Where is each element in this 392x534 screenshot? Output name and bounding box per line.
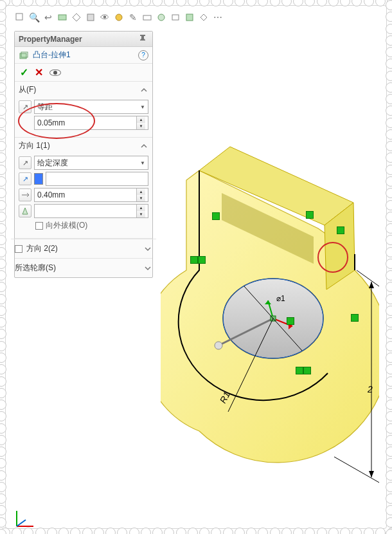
constraint-icon[interactable]: [198, 256, 206, 264]
constraint-icon[interactable]: [337, 226, 344, 234]
expand-dir2-icon[interactable]: [143, 244, 152, 253]
help-icon[interactable]: ?: [138, 50, 148, 60]
zoom-fit-icon[interactable]: [14, 12, 26, 23]
view-settings-icon[interactable]: [141, 12, 153, 23]
direction2-section: 方向 2(2): [15, 239, 152, 259]
direction1-label: 方向 1(1): [19, 140, 50, 151]
depth-value: 0.40mm: [37, 190, 65, 199]
expand-contours-icon[interactable]: [143, 264, 152, 273]
constraint-icon[interactable]: [190, 256, 198, 264]
offset-value: 0.05mm: [37, 118, 65, 127]
graphics-area[interactable]: R1 ⌀1 2 2: [161, 32, 379, 521]
collapse-dir1-icon[interactable]: [139, 142, 148, 151]
svg-line-29: [17, 520, 26, 526]
reverse-direction-icon[interactable]: ↗: [19, 156, 31, 169]
spin-up-icon[interactable]: ▲: [136, 116, 145, 123]
constraint-icon[interactable]: [306, 211, 314, 219]
edit-appearance-icon[interactable]: [113, 12, 125, 23]
svg-rect-3: [87, 14, 94, 21]
direction-reference-input[interactable]: [46, 172, 148, 186]
dropdown-icon: ▼: [140, 160, 145, 166]
svg-marker-25: [369, 282, 374, 288]
direction1-section: 方向 1(1) ↗ 给定深度 ▼ ↗ 0.40mm: [15, 138, 152, 239]
heads-up-toolbar: 🔍 ↩ 👁 ✎ ⋯: [14, 12, 378, 26]
constraint-icon[interactable]: [212, 212, 220, 220]
display-style-icon[interactable]: [85, 12, 96, 23]
depth-icon: [19, 189, 31, 201]
section-view-icon[interactable]: [57, 12, 68, 23]
svg-rect-0: [16, 14, 22, 20]
constraint-icon[interactable]: [303, 367, 311, 374]
direction2-checkbox[interactable]: [15, 245, 22, 253]
apply-scene-icon[interactable]: ✎: [127, 12, 139, 23]
direction-vector-icon: ↗: [19, 172, 31, 185]
cancel-button[interactable]: ✕: [35, 66, 43, 78]
selected-contours-label: 所选轮廓(S): [15, 262, 56, 273]
render-icon[interactable]: [156, 12, 167, 23]
spin-up-icon[interactable]: ▲: [136, 205, 145, 211]
dim-height: 2: [367, 384, 373, 394]
panel-title-bar: PropertyManager: [15, 32, 152, 47]
reverse-offset-icon[interactable]: ↗: [19, 100, 31, 113]
panel-title: PropertyManager: [19, 35, 82, 44]
constraint-icon[interactable]: [351, 314, 359, 322]
end-condition-select[interactable]: 给定深度 ▼: [34, 156, 148, 170]
print3d-icon[interactable]: [170, 12, 181, 23]
extrude-feature-icon: [19, 50, 29, 60]
misc3-icon[interactable]: ⋯: [212, 12, 224, 23]
svg-rect-8: [186, 14, 193, 21]
constraint-icon[interactable]: [296, 367, 303, 374]
svg-rect-7: [172, 15, 179, 20]
extrude-preview: R1 ⌀1 2 2: [161, 32, 379, 495]
zoom-area-icon[interactable]: 🔍: [28, 12, 40, 23]
svg-point-4: [116, 14, 122, 21]
svg-marker-26: [369, 471, 374, 477]
confirm-row: ✓ ✕: [15, 64, 152, 82]
dropdown-icon: ▼: [140, 104, 145, 110]
draft-outward-checkbox[interactable]: [35, 222, 43, 230]
svg-point-6: [158, 14, 165, 21]
start-condition-value: 等距: [37, 102, 53, 113]
spin-up-icon[interactable]: ▲: [136, 189, 145, 195]
selected-contours-section: 所选轮廓(S): [15, 259, 152, 277]
direction2-label: 方向 2(2): [26, 243, 58, 254]
pushpin-icon[interactable]: [138, 33, 148, 44]
from-section: 从(F) ↗ 等距 ▼ 0.05mm ▲▼: [15, 82, 152, 138]
feature-name: 凸台-拉伸1: [33, 50, 71, 60]
collapse-from-icon[interactable]: [139, 86, 148, 95]
svg-rect-5: [143, 15, 151, 20]
svg-marker-2: [73, 14, 80, 21]
end-condition-value: 给定深度: [37, 158, 68, 169]
svg-line-23: [334, 457, 379, 483]
view-orientation-icon[interactable]: [71, 12, 82, 23]
dim-diameter: ⌀1: [276, 294, 285, 303]
draft-icon[interactable]: [19, 205, 31, 217]
misc2-icon[interactable]: [198, 12, 209, 23]
from-label: 从(F): [19, 84, 36, 95]
offset-input[interactable]: 0.05mm ▲▼: [34, 116, 148, 130]
property-manager-panel: PropertyManager 凸台-拉伸1 ? ✓ ✕ 从(F) ↗: [14, 31, 153, 278]
spin-down-icon[interactable]: ▼: [136, 123, 145, 129]
origin-triad: [14, 507, 40, 532]
svg-point-18: [215, 342, 222, 349]
constraint-icon[interactable]: [287, 317, 294, 325]
ok-button[interactable]: ✓: [20, 66, 28, 78]
detailed-preview-icon[interactable]: [49, 69, 61, 76]
prev-view-icon[interactable]: ↩: [42, 12, 54, 23]
spin-down-icon[interactable]: ▼: [136, 195, 145, 201]
misc-icon[interactable]: [184, 12, 195, 23]
spin-down-icon[interactable]: ▼: [136, 211, 145, 217]
hide-show-icon[interactable]: 👁: [99, 12, 111, 23]
draft-input[interactable]: ▲▼: [34, 204, 148, 218]
start-condition-select[interactable]: 等距 ▼: [34, 100, 148, 114]
feature-header: 凸台-拉伸1 ?: [15, 47, 152, 64]
draft-outward-label: 向外拔模(O): [46, 220, 87, 231]
depth-input[interactable]: 0.40mm ▲▼: [34, 188, 148, 202]
direction-color: [34, 173, 43, 185]
svg-rect-1: [58, 15, 66, 20]
